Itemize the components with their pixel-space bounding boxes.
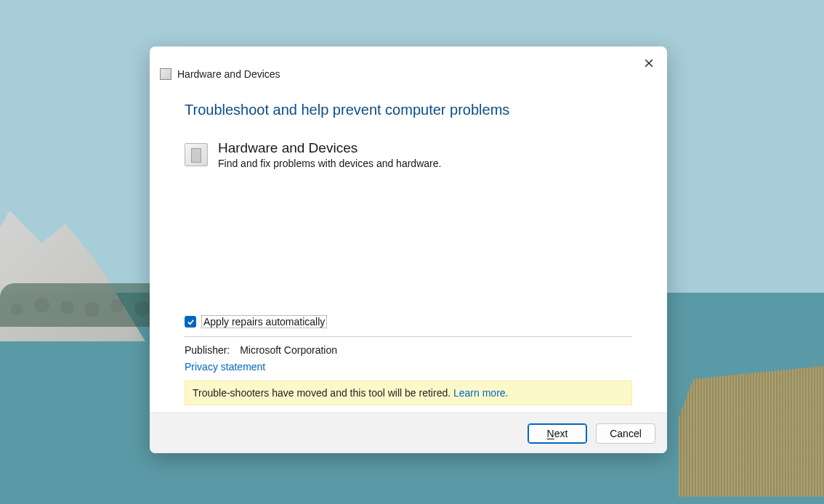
dialog-footer: Next Cancel <box>150 412 667 453</box>
dialog-content: Troubleshoot and help prevent computer p… <box>150 84 667 412</box>
window-icon <box>160 68 171 80</box>
desktop-background: Hardware and Devices Troubleshoot and he… <box>0 0 824 504</box>
retirement-notice: Trouble-shooters have moved and this too… <box>185 381 632 405</box>
titlebar: Hardware and Devices <box>150 46 667 84</box>
close-icon <box>645 59 653 68</box>
next-button[interactable]: Next <box>528 423 587 444</box>
hardware-icon <box>185 143 208 166</box>
wallpaper-trees <box>0 283 167 327</box>
checkmark-icon <box>187 318 195 326</box>
notice-text: Trouble-shooters have moved and this too… <box>193 387 453 399</box>
divider <box>185 336 632 337</box>
cancel-label: Cancel <box>610 428 642 439</box>
apply-repairs-row: Apply repairs automatically <box>185 316 632 328</box>
learn-more-link[interactable]: Learn more. <box>453 387 508 399</box>
cancel-button[interactable]: Cancel <box>596 423 655 444</box>
apply-repairs-label[interactable]: Apply repairs automatically <box>202 316 326 328</box>
apply-repairs-checkbox[interactable] <box>185 316 196 328</box>
troubleshooter-item: Hardware and Devices Find and fix proble… <box>185 140 632 169</box>
wallpaper-grass <box>679 366 824 497</box>
next-label-rest: ext <box>554 428 568 439</box>
close-button[interactable] <box>638 52 660 74</box>
privacy-statement-link[interactable]: Privacy statement <box>185 361 265 373</box>
publisher-value: Microsoft Corporation <box>240 344 337 356</box>
troubleshooter-dialog: Hardware and Devices Troubleshoot and he… <box>150 46 667 453</box>
page-heading: Troubleshoot and help prevent computer p… <box>185 102 632 118</box>
troubleshooter-title: Hardware and Devices <box>218 140 441 156</box>
publisher-label: Publisher: <box>185 344 230 356</box>
next-mnemonic: N <box>547 428 554 439</box>
troubleshooter-description: Find and fix problems with devices and h… <box>218 158 441 169</box>
window-title: Hardware and Devices <box>177 68 280 80</box>
publisher-row: Publisher: Microsoft Corporation <box>185 344 632 356</box>
